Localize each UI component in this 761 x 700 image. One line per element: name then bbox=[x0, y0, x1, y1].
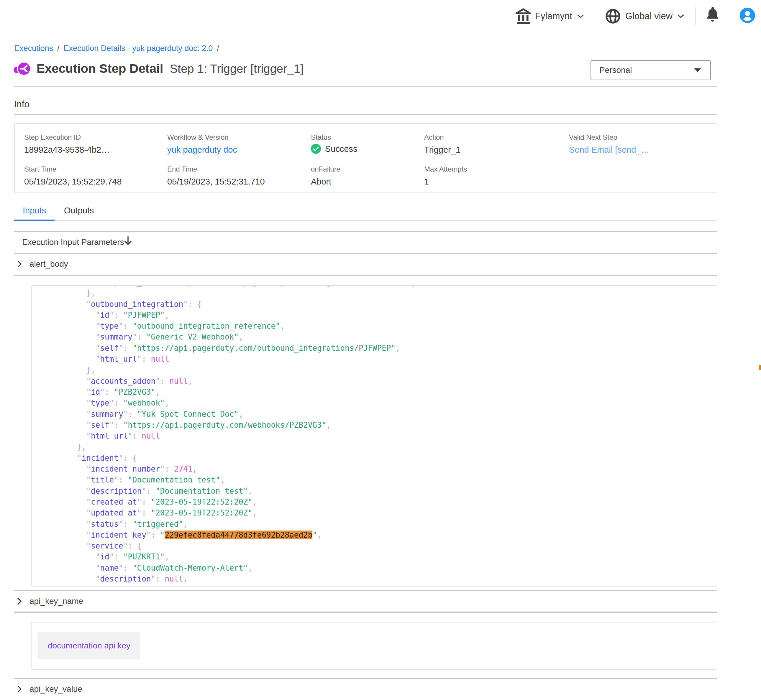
code-line: "html_url": null bbox=[77, 431, 717, 442]
code-line: "incident_key": "229efec8feda44778d3fe69… bbox=[77, 530, 717, 541]
status-badge: Success bbox=[311, 144, 357, 154]
code-line: "summary": "Generic V2 Webhook", bbox=[77, 331, 717, 342]
globe-icon bbox=[605, 9, 621, 24]
code-line: "self": "https://api.pagerduty.com/webho… bbox=[77, 420, 717, 431]
user-avatar[interactable] bbox=[740, 8, 755, 24]
field-label: Start Time bbox=[24, 165, 56, 173]
code-line: "title": "Documentation test", bbox=[77, 475, 717, 486]
page-title: Execution Step Detail bbox=[37, 62, 163, 76]
tab-bar-border bbox=[14, 220, 717, 221]
code-line: "updated_at": "2023-05-19T22:52:20Z", bbox=[77, 508, 717, 519]
valid-next-step-link[interactable]: Send Email [send_… bbox=[569, 145, 649, 155]
field-label: onFailure bbox=[311, 165, 340, 173]
arrow-down-icon bbox=[124, 236, 132, 246]
field-label: Action bbox=[424, 133, 444, 141]
field-label: Max Attempts bbox=[424, 165, 467, 173]
code-line: "self": "https://api.pagerduty.com/outbo… bbox=[77, 343, 717, 354]
code-line: "id": "PUZKRT1", bbox=[77, 552, 717, 562]
action-value: Trigger_1 bbox=[424, 145, 460, 155]
chevron-down-icon bbox=[677, 14, 684, 19]
field-label: End Time bbox=[167, 165, 197, 173]
status-value: Success bbox=[325, 144, 357, 154]
code-line: "accounts_addon": null, bbox=[77, 376, 717, 387]
code-line: }, bbox=[77, 365, 717, 375]
scope-select[interactable]: Personal bbox=[590, 60, 711, 80]
alert-body-label: alert_body bbox=[30, 259, 68, 269]
page-subtitle: Step 1: Trigger [trigger_1] bbox=[170, 62, 304, 75]
api-key-name-label: api_key_name bbox=[30, 597, 83, 606]
code-line: "name": "CloudWatch-Memory-Alert", bbox=[77, 562, 717, 573]
start-time-value: 05/19/2023, 15:52:29.748 bbox=[24, 177, 122, 187]
chevron-down-icon bbox=[577, 14, 584, 19]
select-caret-icon bbox=[694, 69, 701, 72]
end-time-value: 05/19/2023, 15:52:31.710 bbox=[167, 177, 265, 187]
section-divider bbox=[14, 231, 717, 232]
tab-outputs[interactable]: Outputs bbox=[64, 206, 94, 216]
breadcrumb-executions-link[interactable]: Executions bbox=[14, 44, 53, 53]
code-line: "created_at": "2023-05-19T22:52:20Z", bbox=[77, 497, 717, 508]
breadcrumb-separator: / bbox=[57, 44, 60, 53]
alert-body-expander[interactable]: alert_body bbox=[17, 258, 68, 270]
code-line: "description": null, bbox=[77, 573, 717, 584]
code-line: "id": "PJFWPEP", bbox=[77, 310, 717, 321]
section-divider bbox=[14, 612, 717, 613]
execution-input-parameters-heading: Execution Input Parameters bbox=[22, 238, 124, 247]
code-line: "created_at": "2023-05-19T22:40:45Z", bbox=[77, 584, 717, 586]
org-label: Fylamynt bbox=[535, 11, 572, 22]
chevron-right-icon bbox=[17, 260, 22, 268]
api-key-value-expander[interactable]: api_key_value bbox=[17, 683, 82, 695]
workflow-version-link[interactable]: yuk pagerduty doc bbox=[167, 145, 237, 155]
view-menu[interactable]: Global view bbox=[605, 7, 684, 25]
breadcrumb: Executions / Execution Details - yuk pag… bbox=[14, 43, 223, 54]
code-line: "id": "PZB2VG3", bbox=[77, 387, 717, 398]
breadcrumb-execution-details-link[interactable]: Execution Details - yuk pagerduty doc: 2… bbox=[64, 44, 213, 53]
max-attempts-value: 1 bbox=[424, 177, 429, 187]
bell-icon bbox=[706, 6, 720, 23]
code-line: "incident": { bbox=[77, 453, 717, 464]
code-line: }, bbox=[77, 442, 717, 452]
download-params-button[interactable] bbox=[124, 236, 132, 246]
section-divider bbox=[14, 253, 717, 255]
code-line: "service": { bbox=[77, 541, 717, 552]
org-menu[interactable]: Fylamynt bbox=[515, 7, 584, 25]
view-label: Global view bbox=[625, 11, 673, 22]
breadcrumb-separator: / bbox=[217, 44, 219, 53]
info-divider bbox=[14, 114, 717, 115]
code-line: "html_url": null bbox=[77, 354, 717, 365]
top-bar: Fylamynt Global view bbox=[0, 0, 761, 33]
code-line: "type": "outbound_integration_reference"… bbox=[77, 321, 717, 331]
active-tab-underline bbox=[14, 220, 55, 221]
execution-step-detail-page: Fylamynt Global view bbox=[0, 0, 761, 700]
info-card: Step Execution ID 18992a43-9538-4b2… Wor… bbox=[14, 123, 717, 193]
code-line: "description": "Documentation test", bbox=[77, 486, 717, 497]
section-divider bbox=[14, 275, 717, 276]
code-line: "status": "triggered", bbox=[77, 519, 717, 530]
info-heading: Info bbox=[14, 99, 30, 109]
code-line: "type": "webhook", bbox=[77, 398, 717, 408]
topbar-separator bbox=[695, 7, 695, 25]
field-label: Status bbox=[311, 133, 331, 141]
chevron-right-icon bbox=[17, 685, 22, 693]
step-execution-id-value: 18992a43-9538-4b2… bbox=[24, 145, 110, 155]
tab-inputs[interactable]: Inputs bbox=[14, 206, 55, 216]
code-line: "incident_number": 2741, bbox=[77, 464, 717, 475]
api-key-name-chip: documentation api key bbox=[38, 632, 140, 659]
onfailure-value: Abort bbox=[311, 177, 331, 187]
field-label: Step Execution ID bbox=[24, 133, 81, 141]
api-key-name-card: documentation api key bbox=[31, 622, 717, 670]
api-key-name-expander[interactable]: api_key_name bbox=[17, 595, 83, 607]
success-check-icon bbox=[311, 144, 321, 154]
scrollbar-match-marker bbox=[759, 365, 761, 370]
code-line: "summary": "Yuk Spot Connect Doc", bbox=[77, 409, 717, 420]
topbar-separator bbox=[595, 7, 595, 25]
header-divider bbox=[14, 86, 717, 87]
alert-body-json-card: "endpoint_url": "https://events.pagerdut… bbox=[31, 285, 717, 586]
avatar-icon bbox=[740, 8, 755, 23]
api-key-name-chip-label: documentation api key bbox=[48, 641, 130, 650]
api-key-value-label: api_key_value bbox=[30, 684, 82, 694]
bank-icon bbox=[515, 8, 531, 25]
code-block[interactable]: "endpoint_url": "https://events.pagerdut… bbox=[31, 286, 717, 586]
scope-select-value: Personal bbox=[599, 66, 632, 75]
section-divider bbox=[14, 678, 717, 680]
notifications-button[interactable] bbox=[706, 6, 720, 24]
